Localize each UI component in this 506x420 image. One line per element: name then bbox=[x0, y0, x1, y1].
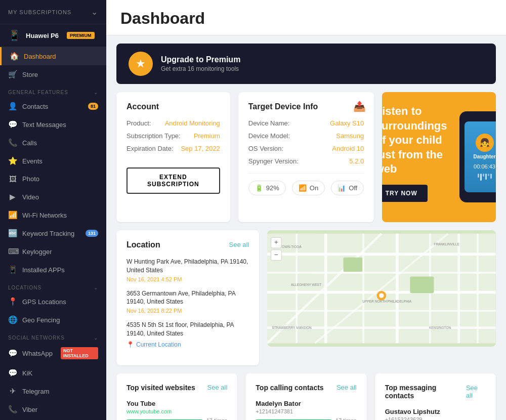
svg-text:UPPER NORTH PHILADELPHIA: UPPER NORTH PHILADELPHIA bbox=[363, 300, 412, 303]
top-websites-see-all[interactable]: See all bbox=[207, 384, 228, 391]
dot-2 bbox=[383, 206, 387, 210]
sidebar-item-events[interactable]: ⭐ Events bbox=[0, 152, 106, 170]
premium-star-icon: ★ bbox=[129, 52, 153, 76]
location-title: Location bbox=[126, 240, 160, 249]
dashboard-icon: 🏠 bbox=[10, 52, 19, 61]
sidebar-item-photo[interactable]: 🖼 Photo bbox=[0, 170, 106, 188]
location-time-0: Nov 16, 2021 4:52 PM bbox=[126, 276, 249, 282]
bottom-cards-row: Top visited websites See all You Tube ww… bbox=[116, 373, 496, 420]
svg-rect-1 bbox=[267, 253, 496, 256]
battery-icon: 🔋 bbox=[255, 184, 263, 192]
sidebar-item-geo-fencing[interactable]: 🌐 Geo Fencing bbox=[0, 311, 106, 329]
website-url-0: www.youtube.com bbox=[126, 408, 227, 414]
website-name-0: You Tube bbox=[126, 400, 227, 407]
sidebar-item-label: Keylogger bbox=[22, 248, 52, 256]
location-address-2: 4535 N 5th St 1st floor, Philadelphia, P… bbox=[126, 321, 249, 338]
sidebar-item-keylogger[interactable]: ⌨ Keylogger bbox=[0, 242, 106, 261]
wifi-status: 📶 On bbox=[292, 181, 325, 195]
sidebar-item-gps[interactable]: 📍 GPS Locations bbox=[0, 292, 106, 311]
sidebar-item-label: Calls bbox=[22, 139, 37, 147]
ad-content: Listen to surroundings of your child jus… bbox=[382, 92, 459, 222]
top-calling-see-all[interactable]: See all bbox=[336, 384, 357, 391]
sidebar-item-label: Dashboard bbox=[24, 53, 56, 60]
device-info-card: Target Device Info 📤 Device Name: Galaxy… bbox=[238, 92, 374, 222]
device-icon: 📱 bbox=[8, 29, 21, 41]
installed-apps-icon: 📱 bbox=[8, 265, 17, 274]
sidebar-item-video[interactable]: ▶ Video bbox=[0, 188, 106, 206]
premium-text: Upgrade to Premium Get extra 16 monitori… bbox=[161, 55, 240, 72]
keyword-icon: 🔤 bbox=[8, 229, 17, 238]
main-header: Dashboard bbox=[106, 0, 506, 35]
whatsapp-icon: 💬 bbox=[8, 349, 17, 358]
svg-text:−: − bbox=[274, 251, 278, 259]
sidebar-item-label: Store bbox=[22, 71, 38, 78]
top-messaging-card: Top messaging contacts See all Gustavo L… bbox=[375, 373, 496, 420]
telegram-icon: ✈ bbox=[8, 387, 17, 396]
calling-count-0: 17 times bbox=[335, 417, 357, 420]
sidebar-item-whatsapp[interactable]: 💬 WhatsApp NOT INSTALLED bbox=[0, 343, 106, 364]
sidebar-item-label: Text Messages bbox=[22, 121, 66, 129]
keylogger-icon: ⌨ bbox=[8, 247, 17, 256]
location-see-all[interactable]: See all bbox=[229, 241, 249, 248]
expiry-label: Expiration Date: bbox=[126, 145, 174, 152]
sidebar-item-installed-apps[interactable]: 📱 Installed APPs bbox=[0, 261, 106, 279]
ad-banner: Listen to surroundings of your child jus… bbox=[382, 92, 496, 222]
current-location-link[interactable]: 📍 Current Location bbox=[126, 341, 249, 348]
page-title: Dashboard bbox=[120, 9, 492, 28]
sidebar-item-wifi[interactable]: 📶 Wi-Fi Networks bbox=[0, 206, 106, 224]
sidebar-item-contacts[interactable]: 👤 Contacts 81 bbox=[0, 97, 106, 115]
os-value: Android 10 bbox=[332, 145, 364, 152]
svg-rect-12 bbox=[477, 234, 479, 343]
device-row-os: OS Version: Android 10 bbox=[248, 145, 364, 152]
website-count-0: 17 times bbox=[206, 417, 228, 420]
messaging-name-0: Gustavo Lipshutz bbox=[385, 408, 486, 415]
subscription-label: Subscription Type: bbox=[126, 132, 181, 140]
product-label: Product: bbox=[126, 119, 151, 127]
text-messages-icon: 💬 bbox=[8, 120, 17, 129]
location-header: Location See all bbox=[126, 240, 249, 249]
ad-time-label: 00:06:43 bbox=[474, 163, 495, 170]
battery-status: 🔋 92% bbox=[248, 181, 286, 195]
sidebar-item-label: Contacts bbox=[22, 103, 48, 110]
sidebar: MY SUBSCRIPTIONS ⌄ 📱 Huawei P6 PREMIUM 🏠… bbox=[0, 0, 106, 420]
location-section: Location See all W Hunting Park Ave, Phi… bbox=[116, 230, 496, 365]
keyword-badge: 131 bbox=[86, 230, 98, 237]
top-messaging-see-all[interactable]: See all bbox=[466, 384, 486, 399]
calls-icon: 📞 bbox=[8, 138, 17, 147]
ad-avatar: 👧 bbox=[476, 134, 494, 152]
sidebar-item-telegram[interactable]: ✈ Telegram bbox=[0, 382, 106, 400]
sidebar-item-label: Geo Fencing bbox=[22, 316, 60, 324]
device-status-bar: 🔋 92% 📶 On 📊 Off bbox=[248, 173, 364, 195]
sidebar-item-store[interactable]: 🛒 Store bbox=[0, 65, 106, 83]
sidebar-item-dashboard[interactable]: 🏠 Dashboard bbox=[0, 47, 106, 65]
calling-sub-0: +12141247381 bbox=[256, 408, 356, 414]
sidebar-item-label: Wi-Fi Networks bbox=[22, 212, 67, 219]
sidebar-item-label: GPS Locations bbox=[22, 298, 66, 306]
gps-icon: 📍 bbox=[8, 297, 17, 306]
sidebar-item-label: Installed APPs bbox=[22, 266, 65, 274]
sidebar-item-label: KiK bbox=[22, 369, 32, 377]
extend-subscription-button[interactable]: EXTEND SUBSCRIPTION bbox=[126, 167, 220, 194]
location-entry-1: 3653 Germantown Ave, Philadelphia, PA 19… bbox=[126, 289, 249, 314]
location-address-0: W Hunting Park Ave, Philadelphia, PA 191… bbox=[126, 258, 249, 275]
sidebar-item-kik[interactable]: 💬 KiK bbox=[0, 364, 106, 382]
general-features-section: GENERAL FEATURES ⌄ bbox=[0, 83, 106, 97]
sidebar-item-keyword[interactable]: 🔤 Keyword Tracking 131 bbox=[0, 224, 106, 242]
sidebar-item-text-messages[interactable]: 💬 Text Messages bbox=[0, 115, 106, 134]
social-networks-section: SOCIAL NETWORKS ⌄ bbox=[0, 329, 106, 343]
calling-item-0: Madelyn Bator +12141247381 17 times bbox=[256, 400, 356, 420]
events-icon: ⭐ bbox=[8, 156, 17, 165]
account-row-subscription: Subscription Type: Premium bbox=[126, 132, 220, 140]
data-status: 📊 Off bbox=[331, 181, 364, 195]
calling-bar-0: 17 times bbox=[256, 417, 356, 420]
map-pin-icon: 📍 bbox=[126, 341, 134, 348]
map-svg: NICETOWN-TIOGA FRANKLINVILLE ALLEGHENY W… bbox=[267, 230, 496, 347]
top-calling-card: Top calling contacts See all Madelyn Bat… bbox=[245, 373, 366, 420]
try-now-button[interactable]: TRY NOW bbox=[382, 185, 428, 202]
premium-banner: ★ Upgrade to Premium Get extra 16 monito… bbox=[116, 44, 496, 84]
sidebar-my-subscriptions: MY SUBSCRIPTIONS ⌄ bbox=[0, 0, 106, 24]
device-name: Huawei P6 bbox=[26, 32, 59, 39]
sidebar-item-viber[interactable]: 📞 Viber bbox=[0, 400, 106, 418]
sidebar-device[interactable]: 📱 Huawei P6 PREMIUM bbox=[0, 24, 106, 47]
sidebar-item-calls[interactable]: 📞 Calls bbox=[0, 134, 106, 152]
